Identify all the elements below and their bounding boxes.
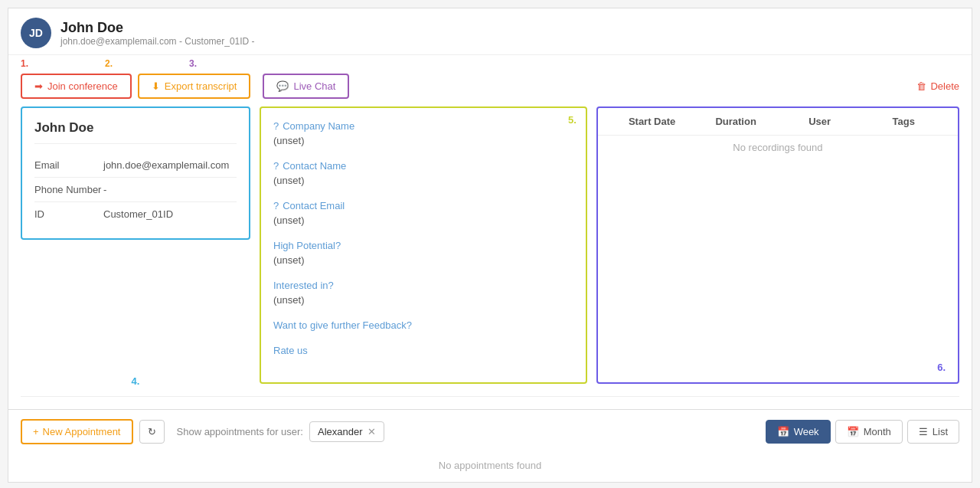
contact-panel: John Doe Email john.doe@examplemail.com … — [21, 106, 250, 240]
contact-id-row: ID Customer_01ID — [34, 202, 237, 226]
buttons-row: ➡ Join conference ⬇ Export transcript 💬 … — [8, 69, 972, 106]
delete-button[interactable]: 🗑 Delete — [916, 80, 959, 92]
num-row: 1. 2. 3. — [8, 55, 972, 69]
contact-panel-wrapper: John Doe Email john.doe@examplemail.com … — [21, 106, 250, 384]
refresh-icon: ↻ — [148, 426, 156, 437]
recordings-body: No recordings found — [598, 136, 958, 159]
high-potential-field: High Potential? (unset) — [273, 240, 573, 266]
contact-email-field: ? Contact Email (unset) — [273, 200, 573, 226]
rate-us-label: Rate us — [273, 345, 573, 356]
no-recordings-text: No recordings found — [733, 142, 822, 153]
export-transcript-button[interactable]: ⬇ Export transcript — [138, 74, 251, 99]
header-sub: john.doe@examplemail.com - Customer_01ID… — [60, 36, 255, 47]
contact-name-value: (unset) — [273, 175, 573, 186]
contact-phone-row: Phone Number - — [34, 178, 237, 202]
panel-label-6: 6. — [937, 362, 946, 373]
divider — [21, 396, 959, 397]
high-potential-label: High Potential? — [273, 240, 573, 251]
header-name: John Doe — [60, 20, 255, 36]
live-chat-button[interactable]: 💬 Live Chat — [263, 74, 349, 99]
company-name-field: ? Company Name (unset) — [273, 120, 573, 146]
feedback-field: Want to give further Feedback? — [273, 319, 573, 331]
week-view-button[interactable]: 📅 Week — [766, 420, 831, 444]
list-label: List — [933, 426, 948, 437]
interested-in-value: (unset) — [273, 294, 573, 306]
join-icon: ➡ — [34, 80, 43, 92]
month-calendar-icon: 📅 — [847, 426, 859, 437]
view-buttons: 📅 Week 📅 Month ☰ List — [766, 420, 959, 444]
email-value: john.doe@examplemail.com — [103, 159, 229, 171]
feedback-label: Want to give further Feedback? — [273, 319, 573, 331]
question-icon-3: ? — [273, 200, 279, 211]
plus-icon: + — [33, 426, 39, 437]
company-name-value: (unset) — [273, 135, 573, 146]
contact-name-label: Contact Name — [283, 160, 346, 172]
join-conference-label: Join conference — [47, 80, 118, 92]
contact-email-row: Email john.doe@examplemail.com — [34, 153, 237, 178]
col-duration: Duration — [694, 116, 778, 127]
num-label-2: 2. — [105, 58, 113, 69]
panel-label-4: 4. — [132, 375, 140, 387]
no-appointments-text: No appointments found — [8, 454, 972, 474]
show-user-label: Show appointments for user: — [177, 426, 303, 437]
contact-name-field: ? Contact Name (unset) — [273, 160, 573, 186]
export-transcript-label: Export transcript — [165, 80, 237, 92]
contact-name-label-row: ? Contact Name — [273, 160, 573, 172]
live-chat-label: Live Chat — [293, 80, 335, 92]
avatar: JD — [21, 18, 51, 48]
list-icon: ☰ — [919, 426, 928, 437]
email-label: Email — [34, 159, 103, 171]
form-panel: 5. ? Company Name (unset) ? Contact Name… — [260, 106, 587, 384]
chat-icon: 💬 — [276, 80, 289, 92]
footer: + New Appointment ↻ Show appointments fo… — [8, 409, 972, 454]
page-wrapper: JD John Doe john.doe@examplemail.com - C… — [8, 8, 972, 483]
header: JD John Doe john.doe@examplemail.com - C… — [8, 8, 972, 55]
user-tag-close-button[interactable]: ✕ — [368, 426, 376, 437]
col-user: User — [778, 116, 862, 127]
user-tag: Alexander ✕ — [309, 421, 384, 442]
refresh-button[interactable]: ↻ — [139, 420, 165, 444]
trash-icon: 🗑 — [916, 80, 926, 92]
col-start-date: Start Date — [610, 116, 694, 127]
main-content: John Doe Email john.doe@examplemail.com … — [8, 106, 972, 396]
num-label-3: 3. — [189, 58, 197, 69]
question-icon-1: ? — [273, 120, 279, 132]
delete-label: Delete — [930, 80, 959, 92]
col-tags: Tags — [861, 116, 946, 127]
contact-email-value: (unset) — [273, 215, 573, 226]
panel-label-5: 5. — [568, 114, 577, 126]
question-icon-2: ? — [273, 160, 279, 172]
download-icon: ⬇ — [152, 80, 160, 92]
id-label: ID — [34, 208, 103, 220]
recordings-panel: Start Date Duration User Tags No recordi… — [596, 106, 959, 384]
id-value: Customer_01ID — [103, 208, 173, 220]
contact-name: John Doe — [34, 120, 237, 144]
interested-in-field: Interested in? (unset) — [273, 280, 573, 306]
month-view-button[interactable]: 📅 Month — [835, 420, 903, 444]
user-tag-name: Alexander — [318, 426, 363, 437]
contact-email-label-row: ? Contact Email — [273, 200, 573, 211]
new-appointment-button[interactable]: + New Appointment — [21, 419, 133, 444]
phone-value: - — [103, 184, 106, 195]
num-label-1: 1. — [21, 58, 28, 69]
new-appointment-label: New Appointment — [43, 426, 121, 437]
join-conference-button[interactable]: ➡ Join conference — [21, 74, 132, 99]
list-view-button[interactable]: ☰ List — [907, 420, 959, 444]
phone-label: Phone Number — [34, 184, 103, 195]
high-potential-value: (unset) — [273, 254, 573, 266]
rate-us-field: Rate us — [273, 345, 573, 356]
recordings-header: Start Date Duration User Tags — [598, 108, 958, 136]
company-name-label: Company Name — [283, 120, 354, 132]
header-info: John Doe john.doe@examplemail.com - Cust… — [60, 20, 255, 47]
month-label: Month — [864, 426, 891, 437]
week-label: Week — [794, 426, 819, 437]
company-name-label-row: ? Company Name — [273, 120, 573, 132]
interested-in-label: Interested in? — [273, 280, 573, 291]
calendar-icon: 📅 — [777, 426, 789, 437]
contact-email-label: Contact Email — [283, 200, 345, 211]
